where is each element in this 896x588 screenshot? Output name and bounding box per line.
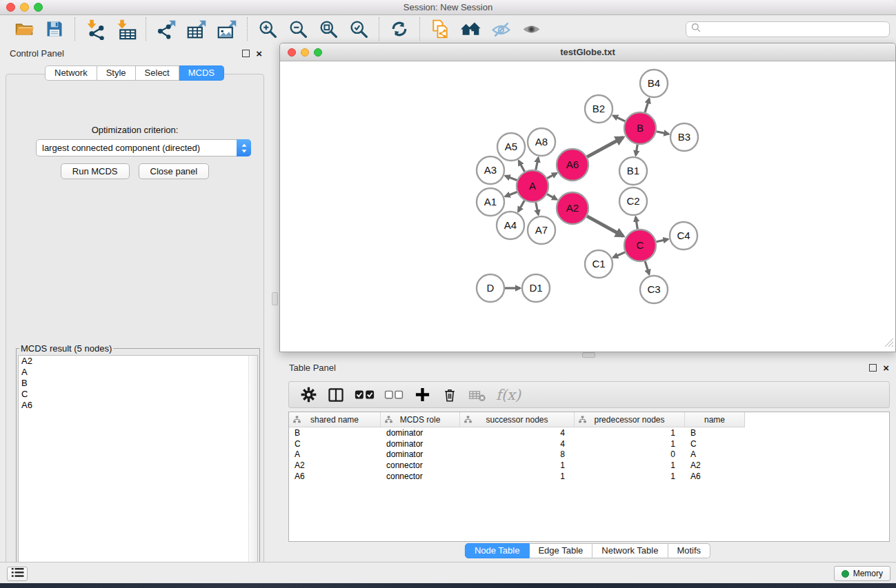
mcds-result-list[interactable]: A2ABCA6 bbox=[18, 355, 258, 579]
cell-shared-name[interactable]: A2 bbox=[289, 460, 381, 470]
node-C[interactable]: C bbox=[624, 230, 656, 261]
edge-C-C3[interactable] bbox=[645, 261, 649, 274]
cell-mcds-role[interactable]: connector bbox=[381, 472, 460, 481]
memory-button[interactable]: Memory bbox=[834, 566, 890, 581]
node-A[interactable]: A bbox=[517, 170, 548, 202]
node-A3[interactable]: A3 bbox=[477, 156, 504, 184]
edge-A-A1[interactable] bbox=[506, 192, 517, 196]
node-A2[interactable]: A2 bbox=[557, 192, 588, 224]
edge-C-C4[interactable] bbox=[656, 239, 668, 242]
node-B1[interactable]: B1 bbox=[619, 157, 647, 185]
vertical-splitter-handle[interactable] bbox=[272, 292, 278, 305]
cell-mcds-role[interactable]: dominator bbox=[381, 439, 460, 449]
tab-node-table[interactable]: Node Table bbox=[465, 543, 530, 558]
node-C1[interactable]: C1 bbox=[585, 250, 613, 278]
node-A1[interactable]: A1 bbox=[477, 188, 504, 216]
node-B3[interactable]: B3 bbox=[670, 123, 698, 151]
cell-name[interactable]: B bbox=[685, 428, 744, 438]
list-item[interactable]: C bbox=[19, 389, 257, 400]
save-session-icon[interactable] bbox=[43, 18, 66, 40]
tab-select[interactable]: Select bbox=[136, 65, 179, 81]
edge-A-A8[interactable] bbox=[536, 158, 539, 170]
settings-icon[interactable] bbox=[299, 385, 317, 405]
node-A8[interactable]: A8 bbox=[528, 128, 555, 156]
edge-C-C2[interactable] bbox=[636, 217, 638, 230]
task-history-button[interactable] bbox=[7, 567, 28, 581]
cell-predecessor-nodes[interactable]: 1 bbox=[575, 439, 685, 449]
cell-predecessor-nodes[interactable]: 1 bbox=[575, 472, 685, 481]
split-view-icon[interactable] bbox=[327, 385, 345, 405]
table-row[interactable]: Cdominator41C bbox=[289, 438, 889, 449]
close-panel-button[interactable]: Close panel bbox=[139, 163, 210, 179]
cell-name[interactable]: A6 bbox=[685, 472, 744, 481]
node-C4[interactable]: C4 bbox=[670, 222, 697, 250]
node-A4[interactable]: A4 bbox=[497, 212, 524, 239]
node-A5[interactable]: A5 bbox=[497, 133, 525, 161]
tab-mcds[interactable]: MCDS bbox=[179, 65, 224, 81]
cell-successor-nodes[interactable]: 1 bbox=[460, 460, 575, 470]
node-B4[interactable]: B4 bbox=[640, 70, 668, 97]
cell-shared-name[interactable]: C bbox=[289, 439, 381, 449]
delete-column-icon[interactable] bbox=[441, 385, 459, 405]
add-column-icon[interactable] bbox=[413, 385, 431, 405]
function-builder-icon[interactable]: f(x) bbox=[496, 385, 521, 405]
table-row[interactable]: Adominator80A bbox=[289, 449, 889, 460]
edge-A-A5[interactable] bbox=[519, 161, 525, 172]
table-row[interactable]: A2connector11A2 bbox=[289, 460, 889, 471]
cell-mcds-role[interactable]: dominator bbox=[381, 428, 460, 438]
tab-style[interactable]: Style bbox=[97, 65, 136, 81]
node-C2[interactable]: C2 bbox=[619, 187, 647, 215]
delete-table-icon[interactable] bbox=[468, 385, 486, 405]
edge-B-B1[interactable] bbox=[636, 145, 638, 156]
import-network-icon[interactable] bbox=[84, 18, 106, 40]
select-all-icon[interactable] bbox=[355, 385, 375, 405]
cell-successor-nodes[interactable]: 4 bbox=[460, 428, 575, 438]
column-header-name[interactable]: name bbox=[685, 412, 744, 427]
scrollbar-track[interactable] bbox=[248, 356, 257, 578]
node-B2[interactable]: B2 bbox=[585, 95, 613, 123]
export-image-icon[interactable] bbox=[216, 18, 238, 40]
list-item[interactable]: A6 bbox=[19, 400, 257, 411]
tab-network-table[interactable]: Network Table bbox=[593, 543, 668, 558]
zoom-in-icon[interactable] bbox=[257, 18, 279, 40]
search-input[interactable] bbox=[704, 23, 889, 34]
network-window-titlebar[interactable]: testGlobe.txt bbox=[280, 43, 895, 61]
cell-successor-nodes[interactable]: 8 bbox=[460, 449, 575, 459]
table-row[interactable]: Bdominator41B bbox=[289, 427, 889, 438]
cell-predecessor-nodes[interactable]: 1 bbox=[575, 460, 685, 470]
edge-C-C1[interactable] bbox=[613, 252, 625, 258]
cell-shared-name[interactable]: A bbox=[289, 449, 381, 459]
first-neighbors-icon[interactable] bbox=[459, 18, 481, 40]
export-network-icon[interactable] bbox=[155, 18, 177, 40]
list-item[interactable]: B bbox=[19, 378, 257, 389]
edge-A6-B[interactable] bbox=[587, 137, 623, 156]
node-A7[interactable]: A7 bbox=[528, 216, 555, 244]
cell-name[interactable]: A bbox=[685, 449, 744, 459]
zoom-fit-icon[interactable] bbox=[317, 18, 339, 40]
export-table-icon[interactable] bbox=[186, 18, 208, 40]
zoom-selected-icon[interactable] bbox=[348, 18, 370, 40]
edge-B-B2[interactable] bbox=[613, 116, 625, 121]
show-all-icon[interactable] bbox=[520, 18, 542, 40]
refresh-icon[interactable] bbox=[388, 18, 410, 40]
tab-edge-table[interactable]: Edge Table bbox=[529, 543, 593, 558]
open-session-icon[interactable] bbox=[13, 18, 35, 40]
resize-grip-icon[interactable] bbox=[884, 337, 894, 350]
zoom-out-icon[interactable] bbox=[287, 18, 309, 40]
column-header-shared-name[interactable]: shared name bbox=[289, 412, 381, 427]
list-item[interactable]: A2 bbox=[19, 356, 257, 367]
search-field[interactable] bbox=[686, 21, 890, 37]
edge-A-A3[interactable] bbox=[506, 176, 517, 180]
cell-name[interactable]: A2 bbox=[685, 460, 744, 470]
cell-predecessor-nodes[interactable]: 1 bbox=[575, 428, 685, 438]
run-mcds-button[interactable]: Run MCDS bbox=[61, 163, 130, 179]
edge-B-B3[interactable] bbox=[657, 132, 669, 134]
node-C3[interactable]: C3 bbox=[640, 276, 668, 303]
deselect-all-icon[interactable] bbox=[384, 385, 404, 405]
tab-motifs[interactable]: Motifs bbox=[668, 543, 710, 558]
cell-shared-name[interactable]: B bbox=[289, 428, 381, 438]
cell-name[interactable]: C bbox=[685, 439, 744, 449]
edge-A-A6[interactable] bbox=[547, 173, 557, 178]
edge-B-B4[interactable] bbox=[645, 99, 649, 112]
edge-A-A2[interactable] bbox=[547, 194, 557, 200]
